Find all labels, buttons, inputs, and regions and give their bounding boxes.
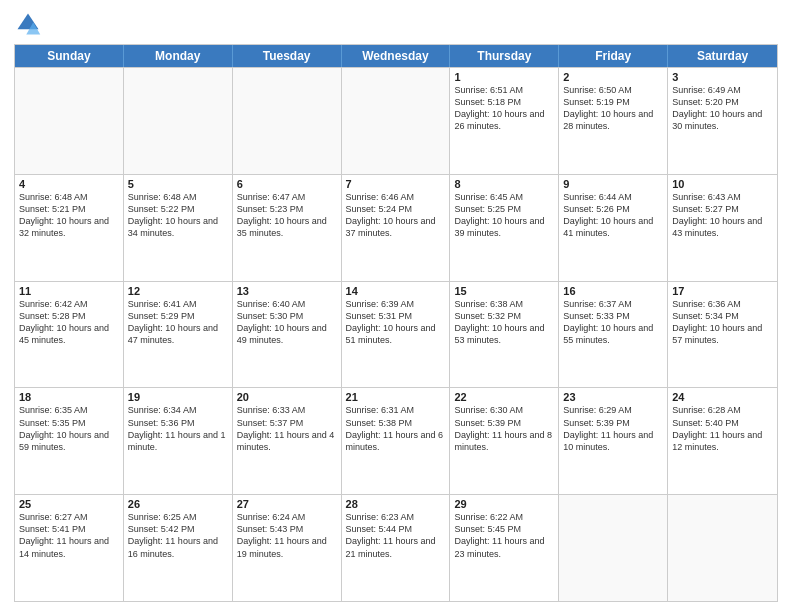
calendar-cell: 24Sunrise: 6:28 AM Sunset: 5:40 PM Dayli… [668,388,777,494]
cell-detail: Sunrise: 6:22 AM Sunset: 5:45 PM Dayligh… [454,511,554,560]
day-number: 16 [563,285,663,297]
day-number: 8 [454,178,554,190]
calendar-cell: 13Sunrise: 6:40 AM Sunset: 5:30 PM Dayli… [233,282,342,388]
day-number: 28 [346,498,446,510]
calendar-header: Sunday Monday Tuesday Wednesday Thursday… [15,45,777,67]
calendar-row-3: 18Sunrise: 6:35 AM Sunset: 5:35 PM Dayli… [15,387,777,494]
day-number: 20 [237,391,337,403]
calendar-cell: 11Sunrise: 6:42 AM Sunset: 5:28 PM Dayli… [15,282,124,388]
calendar: Sunday Monday Tuesday Wednesday Thursday… [14,44,778,602]
day-number: 12 [128,285,228,297]
calendar-row-2: 11Sunrise: 6:42 AM Sunset: 5:28 PM Dayli… [15,281,777,388]
logo-icon [14,10,42,38]
calendar-cell: 19Sunrise: 6:34 AM Sunset: 5:36 PM Dayli… [124,388,233,494]
day-number: 25 [19,498,119,510]
calendar-cell: 27Sunrise: 6:24 AM Sunset: 5:43 PM Dayli… [233,495,342,601]
calendar-cell [559,495,668,601]
calendar-cell: 15Sunrise: 6:38 AM Sunset: 5:32 PM Dayli… [450,282,559,388]
day-number: 10 [672,178,773,190]
calendar-cell: 25Sunrise: 6:27 AM Sunset: 5:41 PM Dayli… [15,495,124,601]
header-tuesday: Tuesday [233,45,342,67]
day-number: 17 [672,285,773,297]
cell-detail: Sunrise: 6:33 AM Sunset: 5:37 PM Dayligh… [237,404,337,453]
calendar-cell: 22Sunrise: 6:30 AM Sunset: 5:39 PM Dayli… [450,388,559,494]
cell-detail: Sunrise: 6:27 AM Sunset: 5:41 PM Dayligh… [19,511,119,560]
header-thursday: Thursday [450,45,559,67]
day-number: 29 [454,498,554,510]
day-number: 23 [563,391,663,403]
calendar-cell: 4Sunrise: 6:48 AM Sunset: 5:21 PM Daylig… [15,175,124,281]
calendar-cell: 3Sunrise: 6:49 AM Sunset: 5:20 PM Daylig… [668,68,777,174]
cell-detail: Sunrise: 6:24 AM Sunset: 5:43 PM Dayligh… [237,511,337,560]
day-number: 24 [672,391,773,403]
day-number: 5 [128,178,228,190]
calendar-cell: 6Sunrise: 6:47 AM Sunset: 5:23 PM Daylig… [233,175,342,281]
calendar-cell: 29Sunrise: 6:22 AM Sunset: 5:45 PM Dayli… [450,495,559,601]
header-sunday: Sunday [15,45,124,67]
calendar-cell: 7Sunrise: 6:46 AM Sunset: 5:24 PM Daylig… [342,175,451,281]
calendar-cell: 9Sunrise: 6:44 AM Sunset: 5:26 PM Daylig… [559,175,668,281]
day-number: 21 [346,391,446,403]
cell-detail: Sunrise: 6:35 AM Sunset: 5:35 PM Dayligh… [19,404,119,453]
calendar-cell: 16Sunrise: 6:37 AM Sunset: 5:33 PM Dayli… [559,282,668,388]
logo [14,10,44,38]
cell-detail: Sunrise: 6:29 AM Sunset: 5:39 PM Dayligh… [563,404,663,453]
calendar-cell: 14Sunrise: 6:39 AM Sunset: 5:31 PM Dayli… [342,282,451,388]
cell-detail: Sunrise: 6:39 AM Sunset: 5:31 PM Dayligh… [346,298,446,347]
day-number: 4 [19,178,119,190]
day-number: 14 [346,285,446,297]
cell-detail: Sunrise: 6:38 AM Sunset: 5:32 PM Dayligh… [454,298,554,347]
cell-detail: Sunrise: 6:50 AM Sunset: 5:19 PM Dayligh… [563,84,663,133]
header [14,10,778,38]
cell-detail: Sunrise: 6:49 AM Sunset: 5:20 PM Dayligh… [672,84,773,133]
cell-detail: Sunrise: 6:31 AM Sunset: 5:38 PM Dayligh… [346,404,446,453]
cell-detail: Sunrise: 6:30 AM Sunset: 5:39 PM Dayligh… [454,404,554,453]
calendar-row-4: 25Sunrise: 6:27 AM Sunset: 5:41 PM Dayli… [15,494,777,601]
day-number: 26 [128,498,228,510]
calendar-cell [124,68,233,174]
day-number: 9 [563,178,663,190]
day-number: 7 [346,178,446,190]
day-number: 6 [237,178,337,190]
day-number: 19 [128,391,228,403]
cell-detail: Sunrise: 6:25 AM Sunset: 5:42 PM Dayligh… [128,511,228,560]
calendar-cell: 26Sunrise: 6:25 AM Sunset: 5:42 PM Dayli… [124,495,233,601]
calendar-row-1: 4Sunrise: 6:48 AM Sunset: 5:21 PM Daylig… [15,174,777,281]
calendar-cell [668,495,777,601]
cell-detail: Sunrise: 6:37 AM Sunset: 5:33 PM Dayligh… [563,298,663,347]
day-number: 3 [672,71,773,83]
page: Sunday Monday Tuesday Wednesday Thursday… [0,0,792,612]
cell-detail: Sunrise: 6:48 AM Sunset: 5:21 PM Dayligh… [19,191,119,240]
cell-detail: Sunrise: 6:34 AM Sunset: 5:36 PM Dayligh… [128,404,228,453]
calendar-body: 1Sunrise: 6:51 AM Sunset: 5:18 PM Daylig… [15,67,777,601]
cell-detail: Sunrise: 6:23 AM Sunset: 5:44 PM Dayligh… [346,511,446,560]
day-number: 22 [454,391,554,403]
calendar-cell [233,68,342,174]
calendar-cell: 12Sunrise: 6:41 AM Sunset: 5:29 PM Dayli… [124,282,233,388]
day-number: 13 [237,285,337,297]
header-monday: Monday [124,45,233,67]
cell-detail: Sunrise: 6:48 AM Sunset: 5:22 PM Dayligh… [128,191,228,240]
calendar-cell: 10Sunrise: 6:43 AM Sunset: 5:27 PM Dayli… [668,175,777,281]
day-number: 11 [19,285,119,297]
calendar-cell [342,68,451,174]
calendar-cell: 2Sunrise: 6:50 AM Sunset: 5:19 PM Daylig… [559,68,668,174]
cell-detail: Sunrise: 6:45 AM Sunset: 5:25 PM Dayligh… [454,191,554,240]
cell-detail: Sunrise: 6:46 AM Sunset: 5:24 PM Dayligh… [346,191,446,240]
cell-detail: Sunrise: 6:43 AM Sunset: 5:27 PM Dayligh… [672,191,773,240]
day-number: 18 [19,391,119,403]
calendar-cell [15,68,124,174]
cell-detail: Sunrise: 6:36 AM Sunset: 5:34 PM Dayligh… [672,298,773,347]
cell-detail: Sunrise: 6:40 AM Sunset: 5:30 PM Dayligh… [237,298,337,347]
day-number: 1 [454,71,554,83]
day-number: 2 [563,71,663,83]
calendar-row-0: 1Sunrise: 6:51 AM Sunset: 5:18 PM Daylig… [15,67,777,174]
calendar-cell: 8Sunrise: 6:45 AM Sunset: 5:25 PM Daylig… [450,175,559,281]
day-number: 27 [237,498,337,510]
calendar-cell: 17Sunrise: 6:36 AM Sunset: 5:34 PM Dayli… [668,282,777,388]
cell-detail: Sunrise: 6:42 AM Sunset: 5:28 PM Dayligh… [19,298,119,347]
header-saturday: Saturday [668,45,777,67]
cell-detail: Sunrise: 6:28 AM Sunset: 5:40 PM Dayligh… [672,404,773,453]
calendar-cell: 1Sunrise: 6:51 AM Sunset: 5:18 PM Daylig… [450,68,559,174]
day-number: 15 [454,285,554,297]
